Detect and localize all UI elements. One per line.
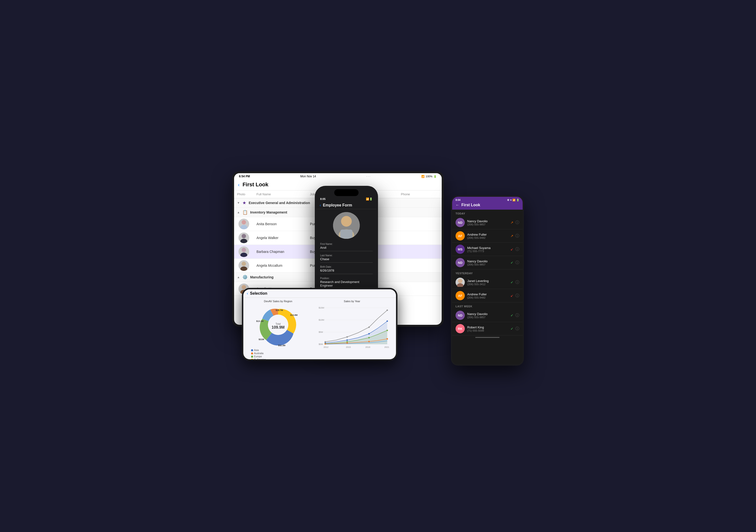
- svg-point-0: [242, 220, 246, 224]
- list-item[interactable]: ND Nancy Davolio (206) 555-9857 ✓ ⓘ: [452, 256, 523, 269]
- home-indicator: [475, 337, 500, 338]
- birth-date-field[interactable]: Birth Date: 6/26/1978: [320, 266, 373, 274]
- svg-point-38: [346, 342, 348, 344]
- total-value: 109.9M: [272, 325, 284, 330]
- info-icon[interactable]: ⓘ: [515, 260, 519, 265]
- star-icon: ★: [242, 200, 246, 206]
- svg-point-30: [346, 339, 348, 341]
- svg-point-32: [387, 320, 388, 322]
- info-icon[interactable]: ⓘ: [515, 220, 519, 225]
- info-icon[interactable]: ⓘ: [515, 326, 519, 331]
- chevron-up-icon: ▲: [237, 211, 240, 214]
- svg-point-14: [458, 279, 462, 283]
- phone-center-icons: 📶🔋: [366, 197, 373, 201]
- chart-body: DevAV Sales by Region: [243, 298, 396, 359]
- first-name-field[interactable]: First Name: Arvil: [320, 243, 373, 251]
- col-fullname: Full Name: [254, 192, 307, 196]
- call-icon[interactable]: ↗: [510, 220, 513, 224]
- position-value: Research and Development Engineer: [320, 280, 373, 287]
- list-item[interactable]: AF Andrew Fuller (206) 555-9482 ↗ ⓘ: [452, 229, 523, 243]
- section-yesterday: YESTERDAY: [452, 269, 523, 276]
- phone-bottom-navbar: ‹ Selection: [243, 289, 396, 298]
- contact-actions: ↗ ⓘ: [510, 234, 519, 239]
- back-button[interactable]: ‹: [247, 291, 248, 296]
- svg-text:2012: 2012: [324, 346, 328, 348]
- answered-icon[interactable]: ✓: [510, 327, 513, 331]
- list-item[interactable]: RK Robert King (71) 555-5598 ✓ ⓘ: [452, 322, 523, 336]
- wifi-icon: ▾: [510, 199, 511, 201]
- info-icon[interactable]: ⓘ: [515, 234, 519, 239]
- donut-chart-title: DevAV Sales by Region: [247, 300, 309, 303]
- missed-icon[interactable]: ↙: [510, 247, 513, 251]
- svg-point-39: [368, 341, 370, 342]
- avatar: ND: [456, 311, 465, 320]
- legend-australia: Australia: [251, 352, 309, 355]
- chevron-down-icon: ▼: [237, 201, 240, 205]
- donut-center: Total 109.9M: [272, 323, 284, 330]
- svg-point-15: [457, 283, 463, 287]
- info-icon[interactable]: ⓘ: [515, 280, 519, 285]
- avatar: RK: [456, 324, 465, 333]
- contact-info: Andrew Fuller (206) 555-9482: [467, 233, 508, 239]
- phone-bottom-device: ‹ Selection DevAV Sales by Region: [242, 288, 397, 361]
- avatar: [234, 231, 254, 245]
- svg-text:$0M: $0M: [319, 343, 323, 345]
- phone-center-statusbar: 8:05 📶🔋: [316, 197, 377, 202]
- back-button[interactable]: ‹: [320, 203, 321, 208]
- svg-text:2018: 2018: [365, 346, 370, 348]
- svg-rect-13: [340, 230, 352, 239]
- svg-point-37: [325, 343, 326, 345]
- form-title: Employee Form: [323, 203, 352, 208]
- svg-point-40: [387, 338, 388, 340]
- contact-name: Robert King: [467, 325, 508, 329]
- back-button[interactable]: ←: [456, 203, 459, 207]
- group-inventory-label: Inventory Management: [250, 210, 287, 214]
- svg-point-35: [368, 337, 370, 339]
- first-name-value: Arvil: [320, 246, 373, 249]
- missed-icon[interactable]: ↙: [510, 294, 513, 297]
- signal-icon: 📶: [512, 199, 515, 201]
- employee-avatar: [333, 212, 360, 239]
- contact-actions: ✓ ⓘ: [510, 280, 519, 285]
- avatar: ND: [456, 218, 465, 227]
- list-item[interactable]: Janet Leverling (206) 555-3412 ✓ ⓘ: [452, 276, 523, 289]
- chevron-up-icon: ▲: [237, 275, 240, 279]
- svg-point-2: [242, 234, 246, 238]
- info-icon[interactable]: ⓘ: [515, 247, 519, 252]
- contact-actions: ✓ ⓘ: [510, 313, 519, 318]
- contact-phone: (206) 555-9857: [467, 316, 508, 319]
- tablet-statusbar: 6:54 PM Mon Nov 14 ··· 📶 100% 🔋: [234, 173, 442, 180]
- group-manufacturing-label: Manufacturing: [250, 275, 274, 279]
- back-button[interactable]: ‹: [238, 182, 240, 188]
- answered-icon[interactable]: ✓: [510, 280, 513, 284]
- donut-chart-section: DevAV Sales by Region: [247, 300, 309, 359]
- list-item[interactable]: AF Andrew Fuller (206) 555-9482 ↙ ⓘ: [452, 289, 523, 302]
- info-icon[interactable]: ⓘ: [515, 293, 519, 298]
- list-item[interactable]: ND Nancy Davolio (206) 555-9857 ✓ ⓘ: [452, 309, 523, 322]
- answered-icon[interactable]: ✓: [510, 313, 513, 317]
- line-chart-section: Sales by Year $15M $10M $5M $0M 2012: [312, 300, 392, 359]
- status-icons: ⚙ ▾ 📶 🔋: [507, 199, 519, 201]
- position-field[interactable]: Position: Research and Development Engin…: [320, 277, 373, 289]
- avatar: [234, 245, 254, 259]
- info-icon[interactable]: ⓘ: [515, 313, 519, 318]
- tablet-time: 6:54 PM: [239, 175, 250, 178]
- list-item[interactable]: MS Michael Suyama (71) 555-7773 ↙ ⓘ: [452, 243, 523, 256]
- avatar: AF: [456, 231, 465, 241]
- contact-info: Janet Leverling (206) 555-3412: [467, 279, 508, 286]
- avatar: [234, 259, 254, 272]
- contact-phone: (206) 555-9857: [467, 223, 508, 226]
- list-item[interactable]: ND Nancy Davolio (206) 555-9857 ↗ ⓘ: [452, 216, 523, 229]
- svg-point-43: [368, 326, 370, 328]
- last-name-field[interactable]: Last Name: Chase: [320, 254, 373, 263]
- line-chart-title: Sales by Year: [312, 300, 392, 303]
- answered-icon[interactable]: ✓: [510, 261, 513, 265]
- battery-icon: 🔋: [433, 175, 437, 178]
- call-icon[interactable]: ↗: [510, 234, 513, 238]
- first-name-label: First Name:: [320, 243, 373, 245]
- phone-right-screen: 8:04 ⚙ ▾ 📶 🔋 ← First Look TODAY: [452, 197, 523, 365]
- contact-name: Nancy Davolio: [467, 219, 508, 223]
- contact-info: Nancy Davolio (206) 555-9857: [467, 219, 508, 226]
- avatar-img: [238, 246, 249, 257]
- group-executive-label: Executive General and Administration: [249, 201, 310, 205]
